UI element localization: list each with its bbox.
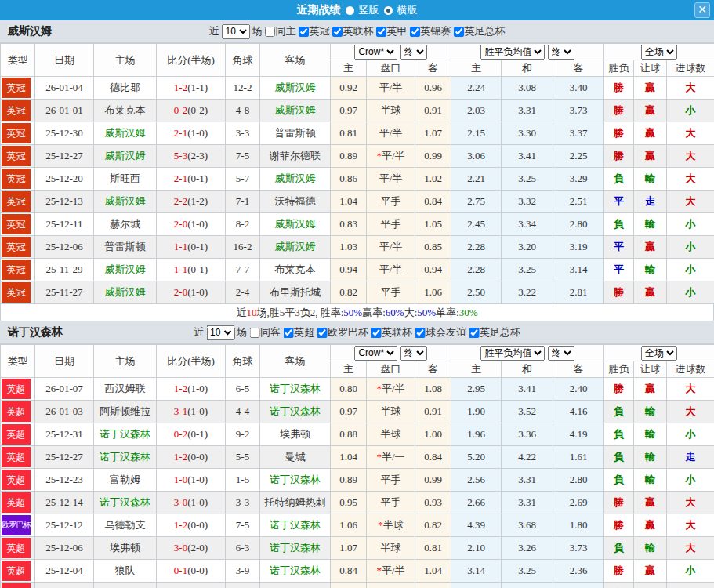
odds-company-select[interactable]: Crow*	[354, 346, 397, 361]
odds-away-cell: 1.08	[415, 378, 451, 401]
same-away-checkbox[interactable]	[249, 328, 259, 338]
odds-away-cell: 1.06	[415, 281, 451, 304]
league-checkbox-wrap[interactable]: 英足总杯	[469, 325, 520, 339]
score-cell: 1-2(0-0)	[157, 514, 226, 537]
avg-draw-cell: 3.22	[502, 281, 553, 304]
league-badge: 英冠	[2, 169, 31, 189]
league-label-1: 英冠	[310, 24, 330, 38]
result-cell: 勝	[604, 492, 634, 514]
league-badge: 英超	[2, 447, 31, 467]
avg-final-select[interactable]: 终	[548, 45, 574, 60]
league-checkbox-wrap[interactable]: 英超	[283, 325, 314, 339]
near-count-select[interactable]: 10	[206, 325, 234, 340]
col-result: 胜负	[604, 60, 634, 77]
avg-home-cell: 2.28	[451, 259, 502, 281]
avg-away-cell: 3.73	[553, 100, 604, 122]
league-checkbox-wrap[interactable]: 英联杯	[371, 325, 412, 339]
goals-result-cell: 小	[667, 469, 714, 492]
league-checkbox-3[interactable]	[376, 27, 386, 37]
vertical-layout-label[interactable]: 竖版	[359, 3, 379, 17]
avg-away-cell: 3.37	[553, 122, 604, 145]
league-checkbox-wrap[interactable]: 英足总杯	[454, 24, 506, 38]
league-checkbox-wrap[interactable]: 英锦赛	[410, 24, 451, 38]
close-icon[interactable]: ✕	[694, 2, 710, 18]
handicap-cell: *平/半	[367, 145, 415, 168]
odds-final-select[interactable]: 终	[400, 45, 427, 60]
league-checkbox-wrap[interactable]: 欧罗巴杯	[317, 325, 368, 339]
avg-home-cell: 2.56	[451, 469, 502, 492]
horizontal-layout-radio[interactable]	[384, 6, 393, 15]
summary-segment: 赢率:	[362, 306, 386, 320]
odds-away-cell: 0.84	[415, 191, 451, 213]
avg-draw-cell: 3.31	[502, 469, 553, 492]
avg-home-cell: 2.10	[451, 537, 502, 560]
odds-company-select[interactable]: Crow*	[354, 45, 397, 60]
col-odds-home: 主	[331, 60, 367, 77]
date-cell: 26-01-07	[35, 378, 94, 401]
league-checkbox-5[interactable]	[454, 27, 464, 37]
league-checkbox-1[interactable]	[299, 27, 309, 37]
league-badge: 英超	[2, 379, 31, 399]
same-venue-checkbox-wrap[interactable]: 同主	[265, 24, 296, 38]
col-avg-away: 客	[553, 361, 604, 378]
league-checkbox-wrap[interactable]: 英冠	[299, 24, 330, 38]
league-checkbox-wrap[interactable]: 英甲	[376, 24, 408, 38]
home-team-cell: 斯旺西	[94, 168, 157, 191]
goals-result-cell: 大	[667, 514, 714, 537]
score-cell: 3-1(1-0)	[157, 401, 226, 423]
league-checkbox-1[interactable]	[283, 328, 293, 338]
league-checkbox-3[interactable]	[371, 328, 381, 338]
league-checkbox-wrap[interactable]: 球会友谊	[415, 325, 466, 339]
away-team-cell: 诺丁汉森林	[260, 378, 331, 401]
odds-final-select[interactable]: 终	[400, 346, 427, 361]
league-cell: 英冠	[1, 168, 35, 191]
handicap-cell: 平/半	[367, 122, 415, 145]
league-checkbox-2[interactable]	[332, 27, 343, 37]
handicap-result-cell: 贏	[634, 77, 667, 100]
horizontal-layout-label[interactable]: 横版	[397, 3, 418, 17]
avg-home-cell: 2.15	[451, 122, 502, 145]
handicap-cell: 平手	[367, 492, 415, 514]
league-checkbox-4[interactable]	[410, 27, 420, 37]
same-venue-checkbox-wrap[interactable]: 同客	[249, 325, 281, 339]
goals-result-cell: 小	[667, 281, 714, 304]
result-cell: 勝	[604, 281, 634, 304]
team-section-header-1: 威斯汉姆 近 10 场 同主 英冠 英联杯 英甲 英锦赛 英足总杯	[0, 20, 714, 43]
matches-table-forest: 类型 日期 主场 比分(半场) 角球 客场 Crow* 终 胜平负均值 终 全场…	[0, 344, 714, 588]
avg-select[interactable]: 胜平负均值	[480, 45, 545, 60]
league-checkbox-4[interactable]	[415, 328, 425, 338]
odds-away-cell: 0.96	[415, 77, 451, 100]
date-cell: 26-01-03	[35, 401, 94, 423]
away-team-cell: 沃特福德	[260, 191, 331, 213]
league-cell: 英冠	[1, 281, 35, 304]
avg-away-cell: 2.54	[553, 583, 604, 588]
league-checkbox-2[interactable]	[317, 328, 327, 338]
result-cell: 負	[604, 401, 634, 423]
avg-away-cell: 1.80	[553, 514, 604, 537]
vertical-layout-radio[interactable]	[346, 6, 354, 15]
league-checkbox-5[interactable]	[469, 328, 479, 338]
league-cell: 欧罗巴杯	[1, 514, 35, 537]
avg-final-select[interactable]: 终	[548, 346, 574, 361]
date-cell: 25-11-27	[35, 281, 94, 304]
league-cell: 英超	[1, 401, 35, 423]
league-label-1: 英超	[294, 325, 314, 339]
home-team-cell: 埃弗顿	[94, 537, 157, 560]
odds-group-header: Crow* 终	[331, 345, 451, 361]
scope-select[interactable]: 全场	[641, 346, 677, 361]
odds-home-cell: 0.82	[331, 281, 367, 304]
avg-away-cell: 3.40	[553, 77, 604, 100]
same-home-checkbox[interactable]	[265, 27, 275, 37]
avg-draw-cell: 3.31	[502, 583, 553, 588]
avg-away-cell: 2.69	[553, 492, 604, 514]
avg-select[interactable]: 胜平负均值	[480, 346, 545, 361]
corner-cell: 8-2	[226, 213, 260, 236]
league-checkbox-wrap[interactable]: 英联杯	[332, 24, 374, 38]
corner-cell: 3-3	[226, 122, 260, 145]
scope-select[interactable]: 全场	[641, 45, 677, 60]
score-cell: 0-1(0-0)	[157, 560, 226, 583]
avg-home-cell: 2.45	[451, 213, 502, 236]
away-team-cell: 布里斯托城	[260, 281, 331, 304]
same-away-label: 同客	[260, 325, 281, 339]
near-count-select[interactable]: 10	[222, 24, 250, 39]
